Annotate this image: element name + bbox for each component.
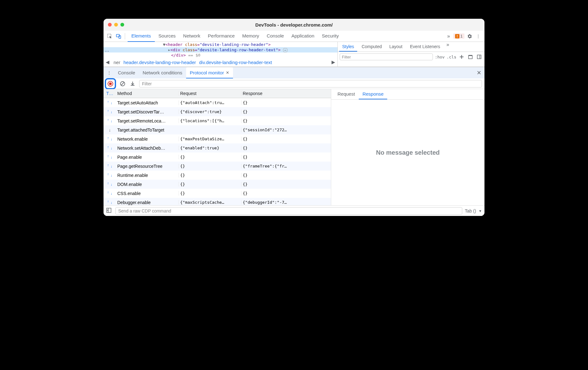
response-cell: {}	[241, 155, 331, 159]
drawer-tab-console[interactable]: Console	[114, 67, 139, 78]
method-cell: Network.setAttachDeb…	[116, 146, 179, 151]
styles-more-icon[interactable]: »	[444, 42, 451, 52]
titlebar: DevTools - developer.chrome.com/	[104, 19, 484, 31]
ellipsis-icon[interactable]: ⋯	[283, 48, 287, 52]
clear-icon[interactable]	[119, 81, 126, 87]
request-cell: {"maxPostDataSize…	[179, 137, 241, 141]
direction-icon	[104, 136, 116, 142]
request-cell: {"locations":[{"h…	[179, 118, 241, 123]
table-row[interactable]: CSS.enable{}{}	[104, 189, 331, 198]
issues-count: 1	[460, 34, 463, 38]
record-button[interactable]	[108, 81, 113, 87]
method-cell: Page.getResourceTree	[116, 164, 179, 169]
direction-icon	[104, 118, 116, 124]
direction-icon: ↓	[104, 128, 116, 132]
svg-line-8	[121, 82, 124, 85]
cls-toggle[interactable]: .cls	[447, 55, 456, 59]
protocol-filter-input[interactable]: Filter	[139, 80, 482, 88]
method-cell: Target.setRemoteLoca…	[116, 118, 179, 123]
protocol-monitor-body: T… Method Request Response Target.setAut…	[104, 89, 484, 205]
col-header-method[interactable]: Method	[116, 91, 179, 96]
response-cell: {"frameTree":{"fr…	[241, 164, 331, 168]
breadcrumb-item[interactable]: div.devsite-landing-row-header-text	[199, 60, 272, 65]
kebab-menu-icon[interactable]: ⋮	[474, 34, 482, 39]
devtools-window: DevTools - developer.chrome.com/ Element…	[104, 19, 484, 216]
breadcrumb-item[interactable]: header.devsite-landing-row-header	[124, 60, 196, 65]
save-icon[interactable]	[129, 81, 136, 87]
tab-security[interactable]: Security	[318, 31, 342, 42]
hov-toggle[interactable]: :hov	[435, 55, 444, 59]
dom-line[interactable]: </div> == $0	[104, 52, 337, 58]
inspect-icon[interactable]	[106, 32, 114, 40]
drawer-tab-network-conditions[interactable]: Network conditions	[139, 67, 186, 78]
table-row[interactable]: Target.setAutoAttach{"autoAttach":tru…{}	[104, 98, 331, 107]
response-cell: {}	[241, 173, 331, 178]
device-toggle-icon[interactable]	[115, 32, 122, 40]
new-style-rule-icon[interactable]	[458, 54, 465, 59]
table-row[interactable]: Page.enable{}{}	[104, 152, 331, 162]
svg-rect-9	[107, 208, 111, 212]
styles-tab-layout[interactable]: Layout	[386, 42, 406, 52]
styles-tab-styles[interactable]: Styles	[339, 42, 357, 52]
tab-network[interactable]: Network	[180, 31, 204, 42]
table-row[interactable]: Network.setAttachDeb…{"enabled":true}{}	[104, 143, 331, 152]
tab-console[interactable]: Console	[263, 31, 288, 42]
chevron-down-icon: ▼	[479, 209, 482, 213]
method-cell: DOM.enable	[116, 182, 179, 187]
direction-icon	[104, 190, 116, 196]
close-tab-icon[interactable]: ✕	[226, 70, 229, 75]
ellipsis-icon[interactable]: ⋯	[105, 49, 109, 54]
direction-icon	[104, 163, 116, 169]
computed-styles-icon[interactable]	[467, 54, 474, 59]
tab-memory[interactable]: Memory	[238, 31, 263, 42]
direction-icon	[104, 109, 116, 115]
response-cell: {}	[241, 118, 331, 123]
window-title: DevTools - developer.chrome.com/	[104, 22, 484, 28]
response-cell: {}	[241, 137, 331, 141]
tab-elements[interactable]: Elements	[128, 31, 155, 42]
table-row[interactable]: DOM.enable{}{}	[104, 180, 331, 189]
cdp-command-input[interactable]: Send a raw CDP command	[115, 207, 462, 215]
issues-badge[interactable]: ! 1	[453, 33, 464, 39]
toggle-layout-icon[interactable]	[106, 208, 113, 214]
more-tabs-icon[interactable]: »	[445, 33, 452, 39]
tab-sources[interactable]: Sources	[155, 31, 180, 42]
breadcrumb-prev-icon[interactable]: ◀	[105, 59, 110, 65]
panel-tabs: ElementsSourcesNetworkPerformanceMemoryC…	[128, 31, 444, 42]
breadcrumb-item[interactable]: ner	[114, 60, 120, 65]
toggle-sidebar-icon[interactable]	[476, 54, 483, 59]
settings-icon[interactable]	[466, 33, 473, 39]
table-row[interactable]: Page.getResourceTree{}{"frameTree":{"fr…	[104, 162, 331, 171]
request-cell: {}	[179, 155, 241, 159]
request-cell: {"discover":true}	[179, 109, 241, 114]
dom-line-selected[interactable]: ▸<div class="devsite-landing-row-header-…	[104, 47, 337, 52]
table-row[interactable]: Network.enable{"maxPostDataSize…{}	[104, 134, 331, 143]
table-row[interactable]: ↓Target.attachedToTarget{"sessionId":"27…	[104, 125, 331, 134]
styles-tab-computed[interactable]: Computed	[358, 42, 385, 52]
drawer-close-icon[interactable]: ✕	[475, 69, 483, 76]
col-header-request[interactable]: Request	[179, 91, 241, 96]
direction-icon	[104, 154, 116, 160]
svg-rect-3	[469, 56, 472, 59]
tab-application[interactable]: Application	[288, 31, 318, 42]
direction-icon	[104, 100, 116, 106]
tab-performance[interactable]: Performance	[204, 31, 239, 42]
breadcrumb-next-icon[interactable]: ▶	[331, 59, 336, 65]
drawer-tab-protocol-monitor[interactable]: Protocol monitor✕	[186, 67, 233, 78]
col-header-response[interactable]: Response	[241, 91, 331, 96]
detail-tab-response[interactable]: Response	[359, 89, 388, 99]
direction-icon	[104, 172, 116, 178]
col-header-type[interactable]: T…	[104, 91, 116, 96]
request-cell: {}	[179, 173, 241, 178]
table-row[interactable]: Target.setRemoteLoca…{"locations":[{"h…{…	[104, 116, 331, 125]
table-row[interactable]: Target.setDiscoverTar…{"discover":true}{…	[104, 107, 331, 116]
styles-filter-input[interactable]: Filter	[340, 53, 433, 60]
styles-tab-event-listeners[interactable]: Event Listeners	[407, 42, 444, 52]
table-row[interactable]: Runtime.enable{}{}	[104, 171, 331, 180]
table-row[interactable]: Debugger.enable{"maxScriptsCache…{"debug…	[104, 198, 331, 205]
drawer-menu-icon[interactable]: ⋮	[105, 70, 113, 75]
cdp-tab-hint[interactable]: Tab () ▼	[465, 208, 482, 213]
direction-icon	[104, 145, 116, 151]
detail-tab-request[interactable]: Request	[334, 89, 359, 99]
dom-line[interactable]: ▼<header class="devsite-landing-row-head…	[104, 42, 337, 47]
